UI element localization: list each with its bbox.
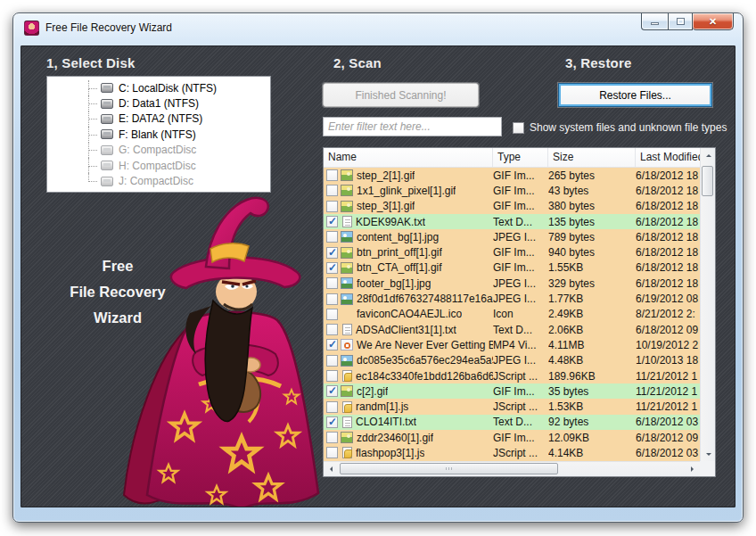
file-type: Icon [493, 308, 548, 320]
restore-files-button[interactable]: Restore Files... [558, 83, 712, 107]
file-name: zddr23460[1].gif [357, 432, 433, 444]
file-size: 4.48KB [548, 354, 636, 367]
file-modified: 10/19/2012 2 [636, 339, 700, 351]
file-name: btn_CTA_off[1].gif [357, 261, 442, 274]
disk-label: F: Blank (NTFS) [119, 128, 196, 141]
vertical-scroll-thumb[interactable] [702, 166, 713, 196]
file-table: Name Type Size Last Modified step_2[1].g… [323, 147, 716, 477]
scroll-down-button[interactable] [701, 447, 716, 461]
column-header-name[interactable]: Name [324, 148, 493, 167]
column-header-type[interactable]: Type [493, 148, 548, 167]
horizontal-scroll-thumb[interactable] [340, 463, 558, 474]
column-header-size[interactable]: Size [548, 148, 636, 167]
disk-list-item[interactable]: J: CompactDisc [83, 173, 270, 188]
file-type: Text D... [493, 216, 548, 228]
file-row[interactable]: content_bg[1].jpg JPEG I... 789 bytes 6/… [324, 229, 700, 244]
disk-label: J: CompactDisc [119, 175, 193, 187]
file-modified: 1/10/2013 18 [636, 354, 700, 367]
file-row[interactable]: We Are Never Ever Getting B... MP4 Vi...… [324, 337, 700, 352]
file-name: 28f0d1df676327488117e16a... [357, 293, 493, 305]
maximize-icon [677, 18, 685, 25]
file-row[interactable]: step_3[1].gif GIF Im... 380 bytes 6/18/2… [324, 199, 700, 214]
show-system-files-checkbox[interactable] [513, 122, 524, 134]
row-checkbox[interactable] [326, 169, 338, 181]
file-row[interactable]: randm[1].js JScript ... 1.53KB 11/21/201… [324, 399, 700, 414]
file-row[interactable]: ADSAdClient31[1].txt Text D... 2.06KB 6/… [324, 322, 700, 337]
disk-drive-icon [101, 129, 113, 139]
file-size: 135 bytes [548, 216, 636, 228]
disk-list-item[interactable]: D: Data1 (NTFS) [83, 95, 270, 111]
file-size: 265 bytes [548, 169, 636, 182]
file-name: KDEK99AK.txt [356, 216, 425, 228]
file-type-icon [341, 432, 353, 443]
file-row[interactable]: flashpop3[1].js JScript ... 4.14KB 6/18/… [324, 445, 700, 460]
disk-label: D: Data1 (NTFS) [119, 97, 199, 110]
file-row[interactable]: btn_CTA_off[1].gif GIF Im... 1.55KB 6/18… [324, 260, 700, 276]
file-size: 189.96KB [548, 370, 636, 383]
file-name-cell: faviconCAO4AEJL.ico [324, 308, 493, 320]
wizard-mascot-illustration [106, 194, 342, 507]
file-type-icon [341, 231, 353, 243]
file-name-cell: ec184c3340fe1bdd126ba6d6... [324, 370, 493, 383]
column-header-last-modified[interactable]: Last Modified [636, 148, 700, 167]
file-table-header: Name Type Size Last Modified [324, 148, 700, 168]
file-name: ec184c3340fe1bdd126ba6d6... [356, 370, 493, 383]
file-name: ADSAdClient31[1].txt [356, 324, 456, 336]
file-row[interactable]: c[2].gif GIF Im... 35 bytes 11/21/2012 1 [324, 383, 700, 399]
file-size: 1.53KB [548, 400, 636, 413]
file-name-cell: randm[1].js [324, 400, 493, 413]
file-type: JPEG I... [493, 277, 548, 290]
file-size: 329 bytes [548, 277, 636, 290]
file-type-icon [341, 169, 353, 181]
file-row[interactable]: faviconCAO4AEJL.ico Icon 2.49KB 8/21/201… [324, 307, 700, 322]
close-button[interactable]: ✕ [693, 13, 734, 30]
disk-list-item[interactable]: G: CompactDisc [83, 143, 270, 158]
file-modified: 6/18/2012 09 [636, 324, 700, 336]
file-size: 35 bytes [548, 385, 636, 398]
disk-list-item[interactable]: H: CompactDisc [83, 158, 270, 173]
file-row[interactable]: btn_print_off[1].gif GIF Im... 940 bytes… [324, 244, 700, 260]
file-row[interactable]: KDEK99AK.txt Text D... 135 bytes 6/18/20… [324, 214, 700, 229]
file-row[interactable]: step_2[1].gif GIF Im... 265 bytes 6/18/2… [324, 168, 700, 183]
horizontal-scrollbar[interactable] [324, 461, 700, 476]
maximize-button[interactable] [668, 13, 693, 30]
file-size: 2.49KB [548, 308, 636, 320]
file-row[interactable]: dc085e35c6a576ec294ea5a9... JPEG I... 4.… [324, 353, 700, 368]
filter-input[interactable] [323, 117, 502, 136]
file-size: 380 bytes [548, 200, 636, 212]
file-name: footer_bg[1].jpg [357, 277, 431, 290]
file-size: 1.55KB [548, 261, 636, 274]
show-system-files-label: Show system files and unknown file types [530, 121, 727, 134]
file-name: 1x1_glink_pixel[1].gif [357, 185, 456, 197]
title-bar[interactable]: Free File Recovery Wizard [13, 13, 743, 42]
scroll-right-button[interactable] [685, 462, 700, 476]
disk-list-item[interactable]: E: DATA2 (NTFS) [83, 111, 270, 127]
app-icon [24, 21, 39, 36]
file-row[interactable]: zddr23460[1].gif GIF Im... 12.09KB 6/18/… [324, 430, 700, 445]
screenshot-stage: Free File Recovery Wizard ✕ 1, Select Di… [0, 0, 756, 536]
disk-drive-icon [101, 114, 113, 124]
file-row[interactable]: footer_bg[1].jpg JPEG I... 329 bytes 6/1… [324, 276, 700, 291]
file-size: 940 bytes [548, 246, 636, 259]
file-row[interactable]: CLO14ITI.txt Text D... 92 bytes 6/18/201… [324, 415, 700, 430]
file-name-cell: btn_print_off[1].gif [324, 246, 493, 259]
file-type-icon [342, 370, 352, 382]
file-type-icon [342, 216, 352, 227]
disk-list-item[interactable]: C: LocalDisk (NTFS) [83, 80, 270, 95]
file-modified: 6/18/2012 18 [636, 246, 700, 259]
file-row[interactable]: 28f0d1df676327488117e16a... JPEG I... 1.… [324, 291, 700, 306]
disk-label: C: LocalDisk (NTFS) [119, 82, 217, 95]
file-size: 2.06KB [548, 324, 636, 336]
minimize-button[interactable] [641, 13, 668, 30]
disk-drive-icon [101, 83, 113, 93]
disk-list-item[interactable]: F: Blank (NTFS) [83, 127, 270, 142]
file-name-cell: content_bg[1].jpg [324, 231, 493, 243]
file-type-icon [342, 416, 352, 428]
scroll-up-button[interactable] [701, 148, 716, 162]
file-row[interactable]: 1x1_glink_pixel[1].gif GIF Im... 43 byte… [324, 183, 700, 198]
finished-scanning-button[interactable]: Finished Scanning! [323, 83, 479, 107]
file-row[interactable]: ec184c3340fe1bdd126ba6d6... JScript ... … [324, 368, 700, 383]
vertical-scrollbar[interactable] [700, 148, 715, 461]
file-type-icon [341, 262, 353, 274]
file-type: JScript ... [493, 370, 548, 383]
